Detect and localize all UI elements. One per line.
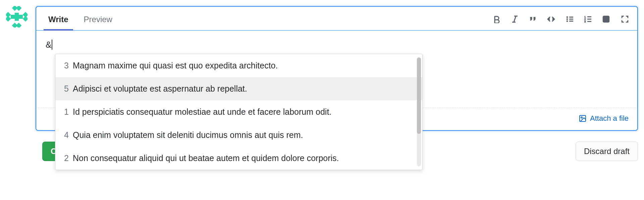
svg-point-15 <box>567 16 568 18</box>
italic-icon[interactable] <box>511 15 519 23</box>
autocomplete-item[interactable]: 1Id perspiciatis consequatur molestiae a… <box>55 100 422 123</box>
autocomplete-item-title: Adipisci et voluptate est aspernatur ab … <box>73 84 247 94</box>
avatar <box>6 6 28 28</box>
svg-point-29 <box>581 117 582 118</box>
ordered-list-icon[interactable]: 123 <box>584 15 592 23</box>
tab-preview[interactable]: Preview <box>79 11 117 30</box>
unordered-list-icon[interactable] <box>566 15 574 23</box>
tab-bar: Write Preview <box>36 7 637 31</box>
autocomplete-item[interactable]: 4Quia enim voluptatem sit deleniti ducim… <box>55 123 422 147</box>
autocomplete-item-number: 3 <box>64 61 69 70</box>
attach-label: Attach a file <box>590 114 629 123</box>
toolbar: 123 <box>492 15 634 27</box>
tasklist-icon[interactable] <box>602 15 610 23</box>
svg-rect-4 <box>6 16 11 22</box>
scrollbar-thumb[interactable] <box>417 57 421 134</box>
image-icon <box>579 114 587 122</box>
autocomplete-item-title: Quia enim voluptatem sit deleniti ducimu… <box>73 130 303 140</box>
tab-write[interactable]: Write <box>44 11 73 30</box>
svg-rect-10 <box>11 15 15 19</box>
editor-value: & <box>46 40 51 50</box>
svg-text:3: 3 <box>584 20 586 23</box>
svg-rect-11 <box>19 15 23 19</box>
autocomplete-item[interactable]: 3Magnam maxime qui quasi est quo expedit… <box>55 54 422 77</box>
svg-rect-1 <box>16 6 22 11</box>
autocomplete-item[interactable]: 2Non consequatur aliquid qui ut beatae a… <box>55 147 422 170</box>
autocomplete-item-title: Magnam maxime qui quasi est quo expedita… <box>73 61 278 70</box>
attach-file-link[interactable]: Attach a file <box>579 114 629 123</box>
autocomplete-item-number: 4 <box>64 130 69 140</box>
svg-rect-7 <box>16 23 22 28</box>
code-icon[interactable] <box>547 15 555 23</box>
svg-line-12 <box>514 16 516 22</box>
text-caret <box>52 40 52 50</box>
scrollbar[interactable] <box>417 57 421 166</box>
autocomplete-item-number: 2 <box>64 153 69 163</box>
bold-icon[interactable] <box>492 15 501 23</box>
autocomplete-dropdown: 3Magnam maxime qui quasi est quo expedit… <box>55 54 423 170</box>
autocomplete-item-title: Id perspiciatis consequatur molestiae au… <box>73 107 331 117</box>
autocomplete-item-number: 1 <box>64 107 69 117</box>
quote-icon[interactable] <box>529 15 537 23</box>
svg-point-16 <box>567 18 568 20</box>
autocomplete-item[interactable]: 5Adipisci et voluptate est aspernatur ab… <box>55 77 422 100</box>
discard-draft-button[interactable]: Discard draft <box>576 142 638 161</box>
fullscreen-icon[interactable] <box>621 15 629 23</box>
autocomplete-item-title: Non consequatur aliquid qui ut beatae au… <box>73 153 339 163</box>
svg-rect-8 <box>15 13 19 17</box>
svg-rect-9 <box>15 17 19 21</box>
svg-rect-5 <box>23 16 28 22</box>
autocomplete-item-number: 5 <box>64 84 69 94</box>
svg-point-17 <box>567 20 568 22</box>
